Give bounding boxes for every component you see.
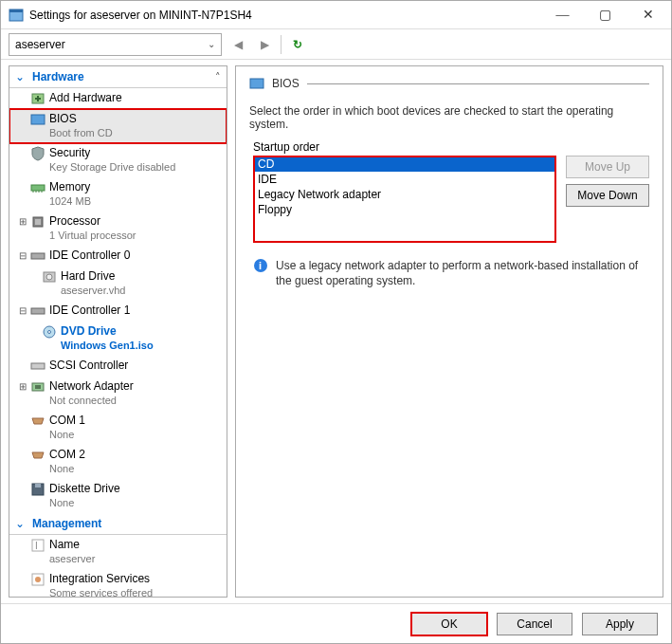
sidebar-item-network[interactable]: ⊞ Network AdapterNot connected	[9, 377, 227, 411]
sidebar-item-com1[interactable]: COM 1None	[9, 411, 227, 445]
bios-icon	[249, 76, 264, 91]
sidebar-item-name[interactable]: I Nameaseserver	[9, 535, 227, 569]
memory-icon	[30, 180, 45, 195]
divider	[307, 83, 649, 84]
processor-icon	[30, 214, 45, 230]
com-port-icon	[30, 414, 45, 429]
apply-button[interactable]: Apply	[582, 613, 658, 635]
nav-forward-button[interactable]: ▶	[254, 34, 275, 55]
svg-point-9	[46, 274, 52, 280]
expand-icon[interactable]: ⊞	[17, 379, 28, 394]
expand-icon[interactable]: ⊞	[17, 214, 28, 229]
svg-rect-17	[35, 484, 41, 488]
diskette-icon	[30, 482, 45, 497]
svg-rect-15	[35, 385, 41, 389]
integration-icon	[30, 572, 45, 587]
sidebar-item-com2[interactable]: COM 2None	[9, 445, 227, 479]
sidebar-item-diskette[interactable]: Diskette DriveNone	[9, 479, 227, 513]
sidebar-item-scsi[interactable]: SCSI Controller	[9, 356, 227, 377]
settings-icon	[9, 8, 24, 23]
svg-text:i: i	[259, 260, 262, 271]
group-management[interactable]: ⌄ Management	[9, 513, 227, 535]
chevron-down-icon: ⌄	[15, 70, 25, 83]
sidebar-item-bios[interactable]: BIOSBoot from CD	[9, 109, 227, 143]
controller-icon	[30, 248, 45, 264]
content-pane: BIOS Select the order in which boot devi…	[235, 65, 663, 598]
sidebar-item-hard-drive[interactable]: Hard Driveaseserver.vhd	[9, 267, 227, 301]
nav-back-button[interactable]: ◀	[227, 34, 248, 55]
move-up-button[interactable]: Move Up	[566, 156, 649, 178]
svg-text:I: I	[35, 541, 38, 551]
svg-rect-18	[32, 540, 44, 551]
name-icon: I	[30, 538, 45, 553]
hard-drive-icon	[42, 269, 57, 285]
svg-rect-10	[31, 308, 45, 314]
svg-point-21	[35, 577, 41, 582]
svg-rect-4	[31, 185, 45, 191]
sidebar-item-security[interactable]: SecurityKey Storage Drive disabled	[9, 143, 227, 177]
info-icon: i	[253, 258, 268, 273]
titlebar: Settings for aseserver on MININT-N7P1SH4…	[1, 1, 671, 29]
list-item-legacy-net[interactable]: Legacy Network adapter	[254, 187, 555, 202]
sidebar-item-processor[interactable]: ⊞ Processor1 Virtual processor	[9, 212, 227, 246]
group-hardware[interactable]: ⌄ Hardware ˄	[9, 66, 227, 88]
cancel-button[interactable]: Cancel	[497, 613, 572, 635]
collapse-icon[interactable]: ⊟	[17, 304, 28, 318]
vm-select-value: aseserver	[15, 38, 65, 51]
sidebar-item-ide1[interactable]: ⊟ IDE Controller 1	[9, 301, 227, 322]
chevron-down-icon: ⌄	[208, 39, 215, 49]
content-title: BIOS	[272, 77, 300, 90]
svg-rect-7	[31, 253, 45, 259]
content-description: Select the order in which boot devices a…	[249, 104, 649, 131]
svg-rect-26	[250, 79, 263, 88]
bios-icon	[30, 112, 45, 127]
list-item-ide[interactable]: IDE	[254, 172, 555, 187]
startup-order-label: Startup order	[253, 140, 649, 154]
close-button[interactable]: ✕	[627, 2, 669, 28]
vm-select[interactable]: aseserver ⌄	[9, 33, 222, 56]
add-hardware-icon	[30, 91, 45, 106]
minimize-button[interactable]: —	[541, 2, 584, 28]
sidebar-item-dvd-drive[interactable]: DVD DriveWindows Gen1.iso	[9, 322, 227, 356]
sidebar-item-add-hardware[interactable]: Add Hardware	[9, 88, 227, 109]
svg-rect-3	[31, 115, 45, 124]
scsi-icon	[30, 359, 45, 374]
svg-rect-13	[31, 363, 45, 369]
startup-order-list[interactable]: CD IDE Legacy Network adapter Floppy	[253, 156, 556, 243]
scroll-up-icon: ˄	[215, 71, 221, 83]
svg-rect-6	[35, 219, 41, 225]
footer: OK Cancel Apply	[1, 603, 671, 643]
com-port-icon	[30, 448, 45, 463]
sidebar-item-ide0[interactable]: ⊟ IDE Controller 0	[9, 246, 227, 267]
controller-icon	[30, 304, 45, 319]
collapse-icon[interactable]: ⊟	[17, 248, 28, 263]
shield-icon	[30, 146, 45, 161]
sidebar: ⌄ Hardware ˄ Add Hardware BIOSBoot from …	[9, 65, 227, 598]
list-item-cd[interactable]: CD	[254, 156, 555, 172]
refresh-button[interactable]: ↻	[287, 34, 308, 55]
sidebar-item-integration[interactable]: Integration ServicesSome services offere…	[9, 569, 227, 598]
network-icon	[30, 379, 45, 395]
svg-rect-1	[9, 9, 23, 12]
move-down-button[interactable]: Move Down	[566, 184, 649, 207]
svg-point-12	[48, 331, 51, 334]
window-title: Settings for aseserver on MININT-N7P1SH4	[29, 9, 541, 22]
maximize-button[interactable]: ▢	[584, 2, 627, 28]
list-item-floppy[interactable]: Floppy	[254, 202, 555, 217]
ok-button[interactable]: OK	[411, 613, 487, 635]
dvd-icon	[42, 324, 57, 340]
info-text: Use a legacy network adapter to perform …	[276, 258, 645, 288]
chevron-down-icon: ⌄	[15, 517, 25, 530]
toolbar: aseserver ⌄ ◀ ▶ ↻	[1, 29, 671, 60]
sidebar-item-memory[interactable]: Memory1024 MB	[9, 177, 227, 212]
